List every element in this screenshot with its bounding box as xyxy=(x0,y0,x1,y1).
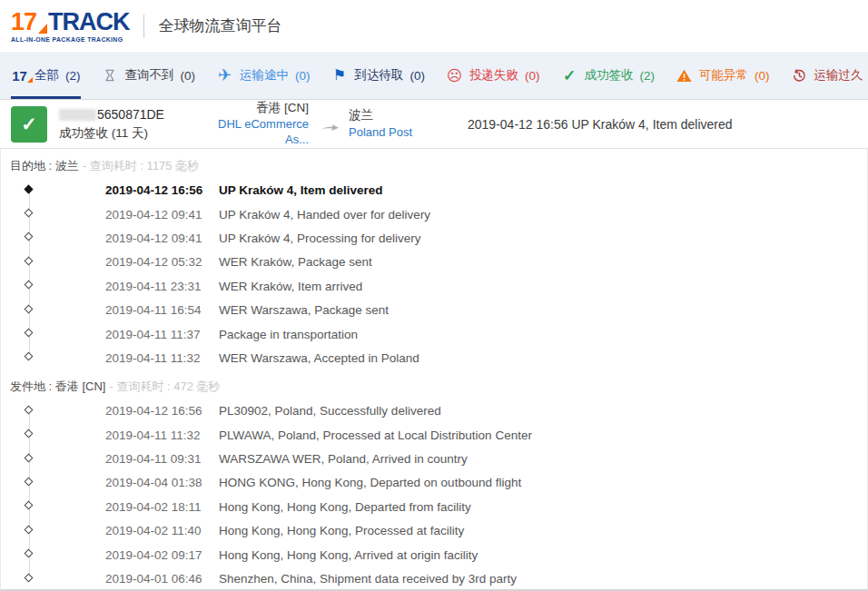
17track-logo[interactable]: 17 TRACK ALL-IN-ONE PACKAGE TRACKING xyxy=(11,10,130,43)
package-id-column: 5650871DE 成功签收 (11 天) xyxy=(59,107,164,141)
tab-count: (0) xyxy=(525,69,540,83)
delivered-check-icon: ✓ xyxy=(11,106,47,143)
timeline-diamond-icon xyxy=(25,209,34,218)
timeline-diamond-icon xyxy=(25,453,34,462)
package-status: 成功签收 (11 天) xyxy=(59,126,164,141)
tab-count: (0) xyxy=(755,69,770,83)
timeline-event-row: 2019-04-02 18:11 Hong Kong, Hong Kong, D… xyxy=(1,495,867,518)
event-description: WER Kraków, Item arrived xyxy=(219,279,362,292)
event-time: 2019-04-11 11:32 xyxy=(105,350,201,364)
tab-not-found[interactable]: 查询不到(0) xyxy=(102,52,196,99)
timeline-diamond-icon xyxy=(25,281,34,290)
timeline-diamond-icon xyxy=(25,478,34,487)
destination-carrier-link[interactable]: Poland Post xyxy=(349,124,412,141)
tracking-number-redacted xyxy=(59,109,96,121)
timeline-diamond-icon xyxy=(25,429,34,438)
origin-query-time: - 查询耗时 : 472 毫秒 xyxy=(109,379,220,393)
tab-label: 运输过久 xyxy=(814,67,863,84)
event-description: Hong Kong, Hong Kong, Arrived at origin … xyxy=(219,547,478,561)
event-description: WER Warszawa, Accepted in Poland xyxy=(219,350,419,364)
timeline-diamond-icon xyxy=(25,501,34,510)
timeline-event-row: 2019-04-12 05:32 WER Kraków, Package sen… xyxy=(1,250,867,273)
tab-label: 成功签收 xyxy=(585,67,634,84)
tab-label: 查询不到 xyxy=(125,67,174,84)
airplane-icon: ✈ xyxy=(216,67,233,84)
tab-delivered[interactable]: ✓ 成功签收(2) xyxy=(561,52,656,99)
tab-count: (0) xyxy=(410,69,426,83)
tab-all[interactable]: 17 全部(2) xyxy=(11,52,81,99)
event-description: Shenzhen, China, Shipment data received … xyxy=(219,572,517,586)
hourglass-icon xyxy=(102,69,119,82)
origin-section-header: 发件地 : 香港 [CN]- 查询耗时 : 472 毫秒 xyxy=(1,369,867,397)
event-description: WER Warszawa, Package sent xyxy=(219,303,389,317)
tab-delivery-failed[interactable]: ☹ 投递失败(0) xyxy=(446,52,540,99)
event-time: 2019-04-11 11:32 xyxy=(105,428,201,441)
timeline-event-row: 2019-04-02 11:40 Hong Kong, Hong Kong, P… xyxy=(1,518,867,542)
tab-alert[interactable]: 可能异常(0) xyxy=(676,52,770,99)
timeline-event-row: 2019-04-11 11:32 PLWAWA, Poland, Process… xyxy=(1,423,867,447)
check-icon: ✓ xyxy=(561,68,578,84)
logo-tagline: ALL-IN-ONE PACKAGE TRACKING xyxy=(11,36,130,43)
timeline-diamond-icon xyxy=(25,329,34,338)
tracking-number: 5650871DE xyxy=(59,107,164,123)
logo-17-text: 17 xyxy=(11,10,36,34)
latest-event-summary: 2019-04-12 16:56 UP Kraków 4, Item deliv… xyxy=(468,117,733,132)
timeline-event-row: 2019-04-12 09:41 UP Kraków 4, Handed ove… xyxy=(1,202,867,225)
origin-region: 香港 [CN] xyxy=(207,100,309,116)
event-time: 2019-04-12 16:56 xyxy=(105,183,202,197)
event-time: 2019-04-02 18:11 xyxy=(105,499,202,513)
origin-section-title: 发件地 : 香港 [CN] xyxy=(10,379,105,393)
origin-column: 香港 [CN] DHL eCommerce As... xyxy=(207,100,309,149)
tab-transit-too-long[interactable]: 运输过久(0) xyxy=(791,52,868,99)
timeline-diamond-icon xyxy=(25,304,34,313)
tab-in-transit[interactable]: ✈ 运输途中(0) xyxy=(216,52,311,99)
event-time: 2019-04-11 09:31 xyxy=(105,452,202,466)
tab-pickup[interactable]: ⚑ 到达待取(0) xyxy=(331,52,426,99)
event-description: PL30902, Poland, Successfully delivered xyxy=(219,404,441,418)
event-time: 2019-04-11 16:54 xyxy=(105,303,202,317)
origin-events-timeline: 2019-04-12 16:56 PL30902, Poland, Succes… xyxy=(1,397,867,590)
timeline-diamond-icon xyxy=(25,405,34,414)
tab-count: (0) xyxy=(181,69,196,83)
event-description: UP Kraków 4, Item delivered xyxy=(219,183,383,197)
event-time: 2019-04-04 01:38 xyxy=(105,476,202,489)
destination-column: 波兰 Poland Post xyxy=(349,107,458,140)
logo-wordmark: 17 TRACK xyxy=(11,10,130,34)
event-time: 2019-04-12 05:32 xyxy=(105,255,202,269)
package-summary-row[interactable]: ✓ 5650871DE 成功签收 (11 天) 香港 [CN] DHL eCom… xyxy=(0,100,868,149)
page-title: 全球物流查询平台 xyxy=(159,15,282,36)
17track-page: 17 TRACK ALL-IN-ONE PACKAGE TRACKING 全球物… xyxy=(0,0,868,591)
origin-carrier-link[interactable]: DHL eCommerce As... xyxy=(207,116,309,148)
clock-history-icon xyxy=(791,69,808,83)
tab-label: 全部 xyxy=(35,67,59,84)
tracking-details-panel: 目的地 : 波兰- 查询耗时 : 1175 毫秒 2019-04-12 16:5… xyxy=(0,149,868,591)
destination-events-timeline: 2019-04-12 16:56 UP Kraków 4, Item deliv… xyxy=(1,176,867,369)
logo-wedge-icon xyxy=(38,24,47,34)
tab-count: (2) xyxy=(65,69,81,83)
timeline-event-row: 2019-04-11 16:54 WER Warszawa, Package s… xyxy=(1,298,867,321)
tab-count: (0) xyxy=(295,69,311,83)
event-time: 2019-04-02 11:40 xyxy=(105,524,202,537)
event-description: UP Kraków 4, Handed over for delivery xyxy=(219,207,430,221)
event-time: 2019-04-11 11:37 xyxy=(105,327,201,340)
timeline-event-row: 2019-04-11 23:31 WER Kraków, Item arrive… xyxy=(1,274,867,298)
event-description: Package in transportation xyxy=(219,327,358,340)
timeline-diamond-icon xyxy=(25,232,34,241)
event-description: WER Kraków, Package sent xyxy=(219,255,372,269)
timeline-diamond-icon xyxy=(25,549,34,558)
event-time: 2019-04-01 06:46 xyxy=(105,572,202,586)
warning-triangle-icon xyxy=(676,69,693,83)
timeline-event-row: 2019-04-11 09:31 WARSZAWA WER, Poland, A… xyxy=(1,447,867,470)
timeline-diamond-icon xyxy=(25,256,34,265)
timeline-event-row: 2019-04-11 11:32 WER Warszawa, Accepted … xyxy=(1,346,867,369)
timeline-event-row: 2019-04-12 09:41 UP Kraków 4, Processing… xyxy=(1,226,867,250)
logo-track-text: TRACK xyxy=(48,10,130,34)
event-time: 2019-04-11 23:31 xyxy=(105,279,202,292)
event-description: Hong Kong, Hong Kong, Departed from faci… xyxy=(219,499,471,513)
timeline-event-row: 2019-04-02 09:17 Hong Kong, Hong Kong, A… xyxy=(1,542,867,566)
event-time: 2019-04-02 09:17 xyxy=(105,547,202,561)
route-arrow-icon xyxy=(320,119,340,135)
destination-section-title: 目的地 : 波兰 xyxy=(10,159,79,172)
flag-icon: ⚑ xyxy=(331,68,349,83)
event-description: Hong Kong, Hong Kong, Processed at facil… xyxy=(219,524,464,537)
